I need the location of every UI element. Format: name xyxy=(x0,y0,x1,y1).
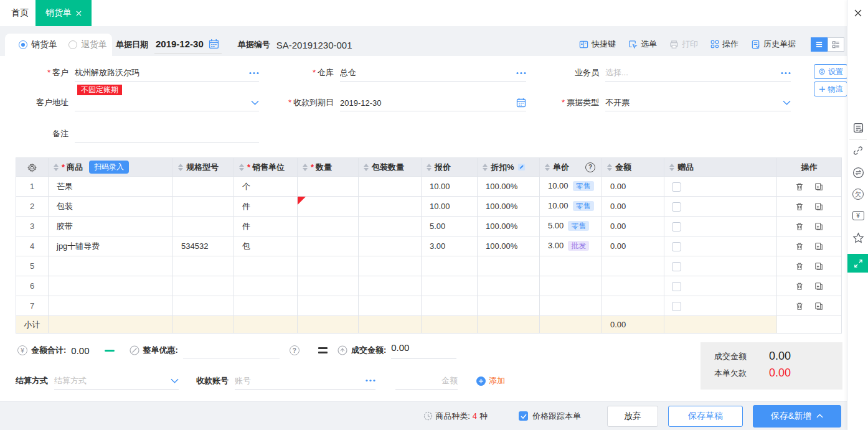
copy-row-icon[interactable] xyxy=(814,242,823,251)
unit-cell[interactable] xyxy=(234,276,298,296)
copy-row-icon[interactable] xyxy=(814,182,823,191)
spec-cell[interactable] xyxy=(173,256,234,276)
qty-cell[interactable] xyxy=(298,236,359,256)
unit-cell[interactable]: 个 xyxy=(234,177,298,197)
sort-icon[interactable] xyxy=(54,164,59,171)
sort-icon[interactable] xyxy=(239,164,244,171)
product-cell[interactable] xyxy=(49,256,173,276)
table-gear-icon[interactable] xyxy=(27,163,37,172)
sort-icon[interactable] xyxy=(178,164,183,171)
list-view-toggle[interactable] xyxy=(811,37,828,52)
copy-row-icon[interactable] xyxy=(814,262,823,271)
order-discount-input[interactable] xyxy=(183,342,280,358)
address-field[interactable] xyxy=(75,95,259,111)
price-cell[interactable] xyxy=(540,296,602,316)
chevron-down-icon[interactable] xyxy=(251,100,259,105)
table-row[interactable]: 3 胶带 件 5.00 100.00% 5.00零售 0.00 xyxy=(16,217,842,236)
price-cell[interactable]: 3.00批发 xyxy=(540,236,602,256)
settle-method-select[interactable]: 结算方式 xyxy=(54,373,179,390)
table-row[interactable]: 5 xyxy=(16,256,842,276)
sort-icon[interactable] xyxy=(607,164,612,171)
pack-qty-cell[interactable] xyxy=(359,177,422,197)
qty-cell[interactable] xyxy=(298,256,359,276)
shortcut-keys-button[interactable]: 快捷键 xyxy=(579,39,616,50)
pick-order-button[interactable]: 选单 xyxy=(628,39,657,50)
pack-qty-cell[interactable] xyxy=(359,236,422,256)
sort-icon[interactable] xyxy=(483,164,488,171)
price-cell[interactable] xyxy=(540,276,602,296)
card-view-toggle[interactable] xyxy=(828,37,844,52)
discount-help-icon[interactable]: ? xyxy=(290,345,300,355)
salesman-field[interactable]: 选择... xyxy=(605,65,791,82)
discount-cell[interactable]: 100.00% xyxy=(478,236,540,256)
quote-cell[interactable] xyxy=(422,296,478,316)
warehouse-more-icon[interactable] xyxy=(516,72,526,75)
product-cell[interactable] xyxy=(49,296,173,316)
pack-qty-cell[interactable] xyxy=(359,197,422,217)
spec-cell[interactable]: 534532 xyxy=(173,236,234,256)
unit-cell[interactable]: 包 xyxy=(234,236,298,256)
qty-cell[interactable] xyxy=(298,296,359,316)
tab-sales-order[interactable]: 销货单 xyxy=(35,0,92,26)
sort-icon[interactable] xyxy=(669,164,674,171)
table-row[interactable]: 1 芒果 个 10.00 100.00% 10.00零售 0.00 xyxy=(16,177,842,197)
product-cell[interactable]: 包装 xyxy=(49,197,173,217)
gift-checkbox[interactable] xyxy=(672,182,681,192)
warehouse-field[interactable]: 总仓 xyxy=(340,65,526,82)
coupon-button[interactable]: ¥ xyxy=(847,211,868,220)
customer-field[interactable]: 杭州解放路沃尔玛 xyxy=(75,65,259,82)
discount-cell[interactable] xyxy=(478,296,540,316)
discount-cell[interactable] xyxy=(478,276,540,296)
unit-cell[interactable] xyxy=(234,256,298,276)
qty-cell[interactable] xyxy=(298,197,359,217)
delete-row-icon[interactable] xyxy=(795,242,804,251)
order-note-button[interactable] xyxy=(847,122,868,134)
save-draft-button[interactable]: 保存草稿 xyxy=(668,406,743,427)
price-help-icon[interactable]: ? xyxy=(585,162,595,172)
discount-cell[interactable] xyxy=(478,256,540,276)
pack-qty-cell[interactable] xyxy=(359,276,422,296)
pack-qty-cell[interactable] xyxy=(359,296,422,316)
save-and-new-button[interactable]: 保存&新增 xyxy=(753,405,841,428)
pay-amount-input[interactable]: 金额 xyxy=(395,373,458,390)
table-row[interactable]: 6 xyxy=(16,276,842,296)
debt-button[interactable]: 欠 xyxy=(847,189,868,200)
due-date-field[interactable]: 2019-12-30 xyxy=(340,95,526,111)
add-payment-button[interactable]: 添加 xyxy=(476,375,505,386)
price-cell[interactable]: 10.00零售 xyxy=(540,177,602,197)
deal-amount-input[interactable]: 0.00 xyxy=(391,342,456,359)
delete-row-icon[interactable] xyxy=(795,302,804,311)
amount-cell[interactable]: 0.00 xyxy=(602,197,664,217)
sort-icon[interactable] xyxy=(545,164,550,171)
pack-qty-cell[interactable] xyxy=(359,217,422,236)
quote-cell[interactable]: 3.00 xyxy=(422,236,478,256)
amount-cell[interactable] xyxy=(602,256,664,276)
price-cell[interactable]: 10.00零售 xyxy=(540,197,602,217)
gift-checkbox[interactable] xyxy=(672,282,681,291)
product-cell[interactable]: 胶带 xyxy=(49,217,173,236)
remark-field[interactable] xyxy=(75,126,259,143)
product-cell[interactable]: jpg十辅导费 xyxy=(49,236,173,256)
price-track-checkbox[interactable] xyxy=(519,411,528,421)
customer-more-icon[interactable] xyxy=(249,72,259,75)
qty-cell[interactable] xyxy=(298,177,359,197)
amount-cell[interactable]: 0.00 xyxy=(602,236,664,256)
discount-cell[interactable]: 100.00% xyxy=(478,177,540,197)
pack-qty-cell[interactable] xyxy=(359,256,422,276)
unit-cell[interactable] xyxy=(234,296,298,316)
abandon-button[interactable]: 放弃 xyxy=(607,406,658,427)
history-orders-button[interactable]: 历史单据 xyxy=(751,39,796,50)
gift-checkbox[interactable] xyxy=(672,202,681,212)
edit-discount-icon[interactable] xyxy=(517,163,526,171)
sort-icon[interactable] xyxy=(364,164,369,171)
spec-cell[interactable] xyxy=(173,177,234,197)
table-row[interactable]: 7 xyxy=(16,296,842,316)
discount-cell[interactable]: 100.00% xyxy=(478,217,540,236)
salesman-more-icon[interactable] xyxy=(781,72,791,75)
expand-button[interactable] xyxy=(847,254,868,273)
spec-cell[interactable] xyxy=(173,197,234,217)
quote-cell[interactable] xyxy=(422,276,478,296)
unit-cell[interactable]: 件 xyxy=(234,217,298,236)
quote-cell[interactable]: 5.00 xyxy=(422,217,478,236)
quote-cell[interactable]: 10.00 xyxy=(422,177,478,197)
